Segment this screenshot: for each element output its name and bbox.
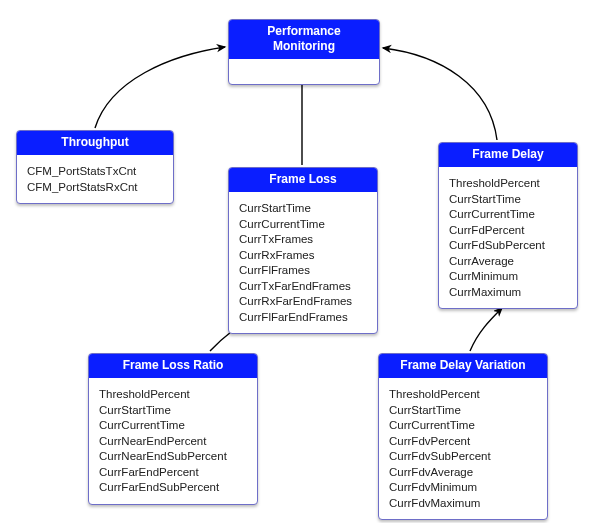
attribute-item: CFM_PortStatsRxCnt — [27, 180, 163, 196]
attribute-item: CurrStartTime — [389, 403, 537, 419]
attribute-item: CurrCurrentTime — [99, 418, 247, 434]
node-frame-loss-ratio: Frame Loss Ratio ThresholdPercentCurrSta… — [88, 353, 258, 505]
node-body: ThresholdPercentCurrStartTimeCurrCurrent… — [379, 381, 547, 519]
attribute-item: CurrCurrentTime — [389, 418, 537, 434]
attribute-item: ThresholdPercent — [99, 387, 247, 403]
attribute-item: CurrNearEndSubPercent — [99, 449, 247, 465]
node-body: ThresholdPercentCurrStartTimeCurrCurrent… — [89, 381, 257, 504]
attribute-item: CurrRxFrames — [239, 248, 367, 264]
attribute-item: CurrStartTime — [99, 403, 247, 419]
diagram-canvas: Performance Monitoring Throughput CFM_Po… — [0, 0, 597, 523]
attribute-item: CFM_PortStatsTxCnt — [27, 164, 163, 180]
node-title: Performance Monitoring — [229, 20, 379, 62]
node-frame-delay: Frame Delay ThresholdPercentCurrStartTim… — [438, 142, 578, 309]
node-body — [229, 62, 379, 84]
attribute-item: CurrFdvSubPercent — [389, 449, 537, 465]
attribute-item: CurrFdvMaximum — [389, 496, 537, 512]
attribute-item: CurrCurrentTime — [239, 217, 367, 233]
attribute-item: CurrFdSubPercent — [449, 238, 567, 254]
attribute-item: CurrMaximum — [449, 285, 567, 301]
node-title: Frame Loss Ratio — [89, 354, 257, 381]
attribute-item: CurrCurrentTime — [449, 207, 567, 223]
attribute-item: ThresholdPercent — [449, 176, 567, 192]
attribute-item: CurrFlFrames — [239, 263, 367, 279]
attribute-item: CurrAverage — [449, 254, 567, 270]
node-body: CurrStartTimeCurrCurrentTimeCurrTxFrames… — [229, 195, 377, 333]
attribute-item: CurrFdvAverage — [389, 465, 537, 481]
attribute-item: CurrStartTime — [239, 201, 367, 217]
attribute-item: CurrFdvPercent — [389, 434, 537, 450]
node-title: Frame Delay — [439, 143, 577, 170]
node-frame-delay-variation: Frame Delay Variation ThresholdPercentCu… — [378, 353, 548, 520]
node-title: Throughput — [17, 131, 173, 158]
attribute-item: ThresholdPercent — [389, 387, 537, 403]
attribute-item: CurrRxFarEndFrames — [239, 294, 367, 310]
attribute-item: CurrTxFrames — [239, 232, 367, 248]
attribute-item: CurrNearEndPercent — [99, 434, 247, 450]
attribute-item: CurrStartTime — [449, 192, 567, 208]
node-performance-monitoring: Performance Monitoring — [228, 19, 380, 85]
node-body: CFM_PortStatsTxCntCFM_PortStatsRxCnt — [17, 158, 173, 203]
attribute-item: CurrFarEndPercent — [99, 465, 247, 481]
attribute-item: CurrMinimum — [449, 269, 567, 285]
node-frame-loss: Frame Loss CurrStartTimeCurrCurrentTimeC… — [228, 167, 378, 334]
node-title: Frame Loss — [229, 168, 377, 195]
node-body: ThresholdPercentCurrStartTimeCurrCurrent… — [439, 170, 577, 308]
attribute-item: CurrFarEndSubPercent — [99, 480, 247, 496]
attribute-item: CurrFdvMinimum — [389, 480, 537, 496]
attribute-item: CurrTxFarEndFrames — [239, 279, 367, 295]
attribute-item: CurrFdPercent — [449, 223, 567, 239]
node-throughput: Throughput CFM_PortStatsTxCntCFM_PortSta… — [16, 130, 174, 204]
attribute-item: CurrFlFarEndFrames — [239, 310, 367, 326]
node-title: Frame Delay Variation — [379, 354, 547, 381]
